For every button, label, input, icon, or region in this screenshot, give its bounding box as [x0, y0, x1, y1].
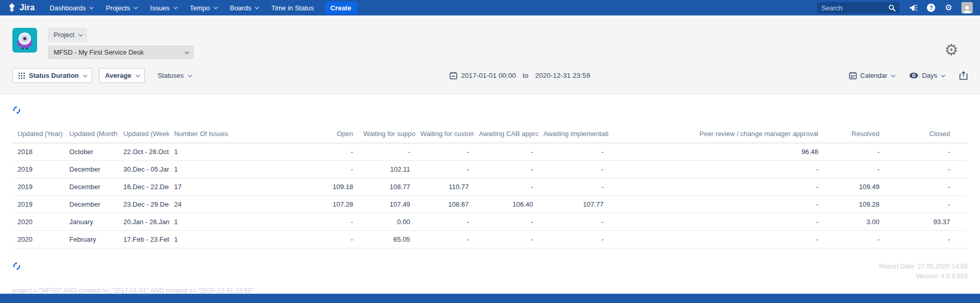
table-cell: 2019: [12, 161, 64, 178]
calendar-icon: [450, 72, 457, 79]
metric-dropdown[interactable]: Average: [99, 68, 145, 83]
table-cell: -: [474, 178, 538, 196]
settings-gear-icon[interactable]: ⚙: [944, 42, 958, 58]
table-cell: -: [358, 143, 416, 161]
table-cell: -: [609, 213, 823, 231]
table-cell: 2020: [12, 231, 64, 248]
table-cell: 1: [169, 161, 231, 178]
report-type-dropdown[interactable]: Status Duration: [12, 68, 92, 83]
calendar-mode-label: Calendar: [860, 72, 888, 79]
table-cell: 1: [169, 143, 231, 161]
nav-item-time-in-status[interactable]: Time in Status: [264, 0, 321, 15]
jira-brand[interactable]: Jira: [7, 3, 35, 12]
metric-label: Average: [105, 72, 131, 79]
project-select[interactable]: MFSD - My First Service Desk: [48, 46, 193, 59]
table-cell: -: [416, 161, 474, 178]
search-icon[interactable]: [888, 4, 895, 11]
help-icon[interactable]: ?: [926, 3, 936, 12]
nav-item-tempo[interactable]: Tempo: [183, 0, 223, 15]
scope-dropdown[interactable]: Project: [48, 28, 87, 42]
table-cell: 2018: [12, 143, 64, 161]
table-cell: -: [538, 213, 609, 231]
project-header: Project MFSD - My First Service Desk: [12, 28, 968, 59]
table-cell: -: [609, 161, 823, 178]
table-cell: 22.Oct - 28.Oct: [118, 143, 169, 161]
column-header: Number Of Issues: [169, 125, 231, 143]
table-cell: -: [538, 143, 609, 161]
table-body: 2018October22.Oct - 28.Oct1-----96.48--2…: [12, 143, 968, 248]
table-cell: 20.Jan - 26.Jan: [118, 213, 169, 231]
table-cell: -: [474, 213, 538, 231]
export-icon[interactable]: [959, 71, 968, 80]
table-cell: 0.00: [358, 213, 416, 231]
table-cell: -: [609, 231, 823, 248]
nav-menu: DashboardsProjectsIssuesTempoBoardsTime …: [43, 0, 321, 15]
user-avatar[interactable]: [961, 2, 973, 13]
table-cell: 2019: [12, 196, 64, 213]
table-cell: December: [64, 178, 119, 196]
chevron-down-icon: [90, 5, 94, 9]
date-range-picker[interactable]: 2017-01-01 00:00 to 2020-12-31 23:59: [450, 72, 590, 79]
nav-item-projects[interactable]: Projects: [99, 0, 143, 15]
table-cell: 110.77: [416, 178, 474, 196]
table-cell: 16.Dec - 22.Dec: [118, 178, 169, 196]
report-content: Updated (Year)Updated (Month)Updated (We…: [0, 94, 980, 294]
calendar-icon: [849, 72, 857, 79]
nav-item-label: Time in Status: [271, 4, 314, 12]
search-box[interactable]: [817, 2, 900, 13]
statuses-dropdown[interactable]: Statuses: [158, 72, 191, 79]
calendar-mode-dropdown[interactable]: Calendar: [849, 72, 894, 79]
table-cell: 24: [169, 196, 231, 213]
table-cell: 65.05: [358, 231, 416, 248]
jira-logo-icon: [7, 3, 16, 12]
table-cell: 2019: [12, 178, 64, 196]
table-cell: December: [64, 161, 119, 178]
table-cell: -: [474, 161, 538, 178]
refresh-icon[interactable]: [12, 106, 21, 114]
table-cell: -: [416, 231, 474, 248]
nav-item-label: Issues: [150, 4, 170, 12]
table-cell: -: [538, 178, 609, 196]
chevron-down-icon: [134, 5, 138, 9]
table-cell: -: [609, 196, 823, 213]
column-header: Open: [231, 125, 358, 143]
table-cell: -: [885, 178, 968, 196]
header-band: Project MFSD - My First Service Desk ⚙: [0, 15, 980, 94]
chevron-down-icon: [83, 73, 87, 77]
table-cell: -: [416, 213, 474, 231]
column-header: Updated (Year): [12, 125, 64, 143]
chevron-down-icon: [255, 5, 259, 9]
refresh-icon[interactable]: [12, 262, 21, 271]
create-button[interactable]: Create: [325, 2, 357, 14]
chevron-down-icon: [213, 5, 218, 9]
table-cell: -: [474, 143, 538, 161]
gear-icon[interactable]: ⚙: [944, 3, 953, 12]
table-cell: -: [885, 196, 968, 213]
table-cell: -: [538, 161, 609, 178]
chevron-down-icon: [173, 5, 177, 9]
table-cell: 107.49: [358, 196, 416, 213]
table-cell: October: [64, 143, 119, 161]
table-cell: -: [231, 143, 358, 161]
table-cell: 23.Dec - 29.Dec: [118, 196, 169, 213]
project-select-value: MFSD - My First Service Desk: [54, 48, 144, 56]
column-header: Resolved: [823, 125, 885, 143]
column-header: Awaiting CAB approval: [474, 125, 538, 143]
table-cell: 3.00: [823, 213, 885, 231]
nav-item-issues[interactable]: Issues: [143, 0, 183, 15]
search-input[interactable]: [821, 4, 888, 12]
table-cell: 1: [169, 231, 231, 248]
units-dropdown[interactable]: Days: [909, 72, 944, 79]
column-header: Updated (Month): [64, 125, 119, 143]
units-label: Days: [922, 72, 937, 79]
date-from: 2017-01-01 00:00: [461, 72, 516, 79]
table-row: 2020February17.Feb - 23.Feb1-65.05------: [12, 231, 968, 248]
scope-label: Project: [54, 31, 74, 39]
table-cell: February: [64, 231, 119, 248]
table-cell: 107.28: [231, 196, 358, 213]
toolbar-left: Status Duration Average Statuses: [12, 68, 191, 83]
toolbar-center: 2017-01-01 00:00 to 2020-12-31 23:59: [191, 72, 849, 79]
nav-item-dashboards[interactable]: Dashboards: [43, 0, 99, 15]
nav-item-boards[interactable]: Boards: [223, 0, 264, 15]
megaphone-icon[interactable]: [909, 3, 918, 12]
